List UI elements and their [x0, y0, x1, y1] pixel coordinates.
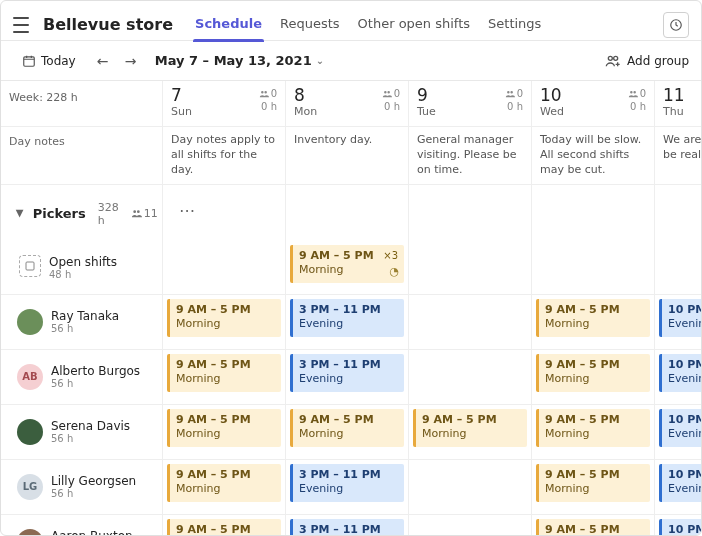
day-header[interactable]: 10Wed 00 h	[532, 81, 655, 127]
schedule-cell[interactable]	[163, 241, 286, 295]
shift-block[interactable]: 9 AM – 5 PMMorning×3◔	[290, 245, 404, 283]
shift-block[interactable]: 9 AM – 5 PMMorning	[167, 354, 281, 392]
today-button[interactable]: Today	[13, 50, 85, 72]
svg-point-2	[608, 56, 612, 60]
shift-block[interactable]: 9 AM – 5 PMMorning	[167, 409, 281, 447]
schedule-cell[interactable]: 9 AM – 5 PMMorning	[163, 350, 286, 405]
menu-icon[interactable]	[13, 17, 29, 33]
tab-schedule[interactable]: Schedule	[193, 8, 264, 41]
tab-requests[interactable]: Requests	[278, 8, 342, 41]
tab-settings[interactable]: Settings	[486, 8, 543, 41]
day-note[interactable]: We are expecting be really busy.	[655, 127, 701, 185]
shift-block[interactable]: 9 AM – 5 PMMorning	[536, 519, 650, 536]
day-header[interactable]: 9Tue 00 h	[409, 81, 532, 127]
shift-block[interactable]: 3 PM – 11 PMEvening	[290, 354, 404, 392]
schedule-cell[interactable]: 9 AM – 5 PMMorning	[163, 405, 286, 460]
shift-block[interactable]: 9 AM – 5 PMMorning	[167, 464, 281, 502]
schedule-cell[interactable]	[409, 515, 532, 536]
schedule-cell[interactable]: 3 PM – 11 PMEvening	[286, 295, 409, 350]
week-hours-label: Week: 228 h	[1, 81, 163, 127]
shift-block[interactable]: 9 AM – 5 PMMorning	[536, 299, 650, 337]
shift-block[interactable]: 9 AM – 5 PMMorning	[167, 519, 281, 536]
day-header[interactable]: 8Mon 00 h	[286, 81, 409, 127]
avatar: AB	[17, 364, 43, 390]
schedule-cell[interactable]: 9 AM – 5 PMMorning	[163, 460, 286, 515]
group-header[interactable]: ▶Pickers328 h 11	[1, 185, 163, 241]
day-note[interactable]: General manager visiting. Please be on t…	[409, 127, 532, 185]
day-notes-label: Day notes	[1, 127, 163, 185]
svg-rect-1	[24, 56, 35, 65]
schedule-cell[interactable]: 10 PM – 6 AMEvening	[655, 515, 701, 536]
person-row[interactable]: ABAlberto Burgos56 h	[1, 350, 163, 405]
person-row[interactable]: Aaron Buxton56 h	[1, 515, 163, 536]
next-week-button[interactable]: →	[121, 51, 141, 71]
day-header[interactable]: 11Thu	[655, 81, 701, 127]
shift-block[interactable]: 9 AM – 5 PMMorning	[413, 409, 527, 447]
shift-block[interactable]: 9 AM – 5 PMMorning	[167, 299, 281, 337]
shift-block[interactable]: 10 PM – 6 AMEvening	[659, 464, 701, 502]
person-row[interactable]: LGLilly Georgsen56 h	[1, 460, 163, 515]
add-group-label: Add group	[627, 54, 689, 68]
open-shifts-row[interactable]: Open shifts48 h	[1, 241, 163, 295]
shift-block[interactable]: 10 PM – 6 AMEvening	[659, 519, 701, 536]
timeclock-button[interactable]	[663, 12, 689, 38]
schedule-cell[interactable]: 9 AM – 5 PMMorning	[532, 460, 655, 515]
schedule-cell[interactable]: 3 PM – 11 PMEvening	[286, 515, 409, 536]
shift-block[interactable]: 3 PM – 11 PMEvening	[290, 519, 404, 536]
day-note[interactable]: Day notes apply to all shifts for the da…	[163, 127, 286, 185]
avatar	[17, 529, 43, 536]
schedule-cell[interactable]: 9 AM – 5 PMMorning×3◔	[286, 241, 409, 295]
schedule-cell[interactable]: 9 AM – 5 PMMorning	[163, 295, 286, 350]
today-label: Today	[41, 54, 76, 68]
schedule-cell[interactable]: 10 PM – 6 AMEvening	[655, 405, 701, 460]
schedule-cell[interactable]	[532, 241, 655, 295]
schedule-cell[interactable]: 3 PM – 11 PMEvening	[286, 350, 409, 405]
schedule-cell[interactable]: 10 PM – 6 AMEvening	[655, 350, 701, 405]
shift-block[interactable]: 10 PM – 6 AMEvening	[659, 409, 701, 447]
shift-block[interactable]: 10 PM – 6 AMEvening	[659, 354, 701, 392]
schedule-cell[interactable]: 9 AM – 5 PMMorning	[532, 295, 655, 350]
avatar	[17, 309, 43, 335]
add-group-button[interactable]: Add group	[605, 53, 689, 69]
svg-point-3	[614, 56, 618, 60]
schedule-cell[interactable]	[655, 241, 701, 295]
schedule-cell[interactable]	[409, 295, 532, 350]
schedule-cell[interactable]	[409, 460, 532, 515]
person-row[interactable]: Serena Davis56 h	[1, 405, 163, 460]
prev-week-button[interactable]: ←	[93, 51, 113, 71]
more-icon[interactable]: ⋯	[171, 191, 277, 230]
store-title: Bellevue store	[43, 15, 173, 34]
schedule-cell[interactable]: 9 AM – 5 PMMorning	[163, 515, 286, 536]
chevron-down-icon: ⌄	[316, 55, 324, 66]
schedule-cell[interactable]: 9 AM – 5 PMMorning	[286, 405, 409, 460]
schedule-cell[interactable]: 9 AM – 5 PMMorning	[532, 350, 655, 405]
shift-block[interactable]: 3 PM – 11 PMEvening	[290, 299, 404, 337]
schedule-cell[interactable]: 9 AM – 5 PMMorning	[409, 405, 532, 460]
day-note[interactable]: Inventory day.	[286, 127, 409, 185]
schedule-cell[interactable]: 9 AM – 5 PMMorning	[532, 405, 655, 460]
shift-block[interactable]: 9 AM – 5 PMMorning	[536, 354, 650, 392]
day-header[interactable]: 7Sun 00 h	[163, 81, 286, 127]
schedule-cell[interactable]	[409, 241, 532, 295]
svg-rect-4	[26, 262, 34, 270]
day-note[interactable]: Today will be slow. All second shifts ma…	[532, 127, 655, 185]
schedule-cell[interactable]: 9 AM – 5 PMMorning	[532, 515, 655, 536]
shift-block[interactable]: 9 AM – 5 PMMorning	[536, 409, 650, 447]
schedule-cell[interactable]: 10 PM – 6 AMEvening	[655, 295, 701, 350]
tab-other-open-shifts[interactable]: Other open shifts	[356, 8, 472, 41]
schedule-cell[interactable]	[409, 350, 532, 405]
shift-block[interactable]: 9 AM – 5 PMMorning	[536, 464, 650, 502]
open-shift-icon	[19, 255, 41, 277]
person-row[interactable]: Ray Tanaka56 h	[1, 295, 163, 350]
schedule-cell[interactable]: 3 PM – 11 PMEvening	[286, 460, 409, 515]
avatar: LG	[17, 474, 43, 500]
shift-block[interactable]: 3 PM – 11 PMEvening	[290, 464, 404, 502]
shift-block[interactable]: 10 PM – 6 AMEvening	[659, 299, 701, 337]
date-range-picker[interactable]: May 7 – May 13, 2021 ⌄	[155, 53, 324, 68]
avatar	[17, 419, 43, 445]
schedule-cell[interactable]: 10 PM – 6 AMEvening	[655, 460, 701, 515]
shift-block[interactable]: 9 AM – 5 PMMorning	[290, 409, 404, 447]
date-range-text: May 7 – May 13, 2021	[155, 53, 312, 68]
